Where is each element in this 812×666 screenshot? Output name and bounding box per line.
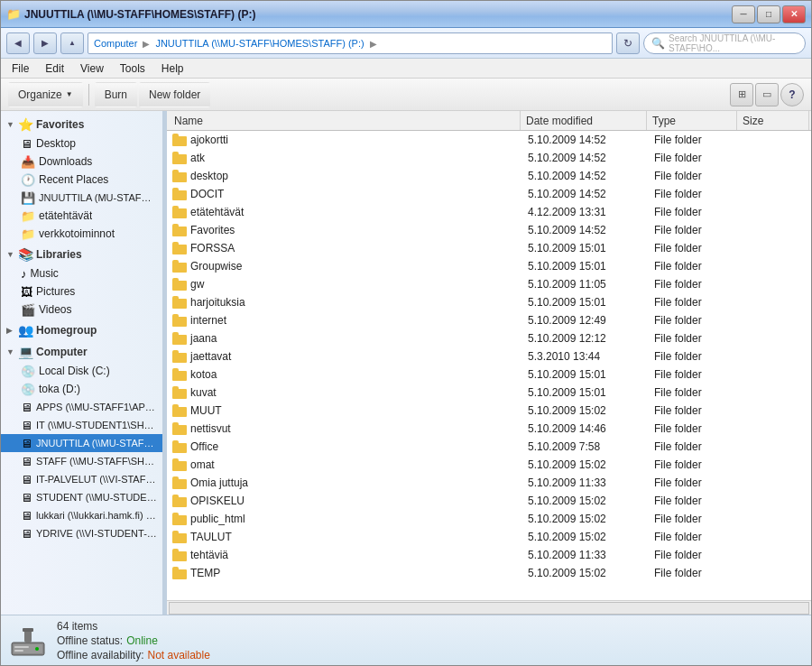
address-input[interactable]: Computer ▶ JNUUTTILA (\\MU-STAFF\HOMES\S… — [88, 32, 613, 54]
refresh-button[interactable]: ↻ — [616, 32, 640, 54]
forward-button[interactable]: ▶ — [33, 32, 57, 54]
lukkari-label: lukkari (\\lukkari.hamk.fi) (X:) — [36, 510, 157, 521]
table-row[interactable]: FORSSA 5.10.2009 15:01 File folder — [167, 239, 811, 257]
apps-label: APPS (\\MU-STAFF1\APPS) (I:) — [36, 402, 157, 412]
file-date: 5.10.2009 15:02 — [528, 404, 606, 417]
help-button[interactable]: ? — [780, 83, 804, 106]
table-row[interactable]: Office 5.10.2009 7:58 File folder — [167, 438, 811, 456]
col-header-date[interactable]: Date modified — [521, 111, 647, 130]
table-row[interactable]: etätehtävät 4.12.2009 13:31 File folder — [167, 203, 811, 221]
table-row[interactable]: gw 5.10.2009 11:05 File folder — [167, 275, 811, 293]
table-row[interactable]: ajokortti 5.10.2009 14:52 File folder — [167, 131, 811, 149]
sidebar-item-desktop[interactable]: 🖥 Desktop — [1, 134, 162, 153]
sidebar-item-verkkotoiminnot[interactable]: 📁 verkkotoiminnot — [1, 225, 162, 243]
libraries-header[interactable]: ▼ 📚 Libraries — [1, 245, 162, 264]
col-header-name[interactable]: Name — [169, 111, 521, 130]
table-row[interactable]: OPISKELU 5.10.2009 15:02 File folder — [167, 492, 811, 510]
table-row[interactable]: MUUT 5.10.2009 15:02 File folder — [167, 402, 811, 420]
organize-button[interactable]: Organize ▼ — [8, 82, 83, 107]
main-window: 📁 JNUUTTILA (\\MU-STAFF\HOMES\STAFF) (P:… — [0, 0, 812, 666]
menu-view[interactable]: View — [73, 60, 111, 77]
table-row[interactable]: kuvat 5.10.2009 15:01 File folder — [167, 384, 811, 402]
file-type: File folder — [654, 206, 702, 218]
back-button[interactable]: ◀ — [6, 32, 30, 54]
window-title: JNUUTTILA (\\MU-STAFF\HOMES\STAFF) (P:) — [24, 8, 255, 21]
preview-pane-button[interactable]: ▭ — [755, 83, 779, 106]
libraries-icon: 📚 — [18, 247, 33, 262]
file-size-cell — [739, 167, 811, 185]
file-type-cell: File folder — [649, 185, 739, 203]
menu-file[interactable]: File — [5, 60, 36, 77]
file-name-cell: desktop — [167, 167, 522, 185]
sidebar-item-student[interactable]: 🖥 STUDENT (\\MU-STUDENT1\SHARE) (U:) — [1, 488, 162, 506]
table-row[interactable]: atk 5.10.2009 14:52 File folder — [167, 149, 811, 167]
view-button[interactable]: ⊞ — [730, 83, 753, 106]
menu-edit[interactable]: Edit — [38, 60, 71, 77]
menu-help[interactable]: Help — [154, 60, 191, 77]
table-row[interactable]: TAULUT 5.10.2009 15:02 File folder — [167, 528, 811, 546]
file-name: tehtäviä — [190, 549, 228, 561]
sidebar-item-ydrive[interactable]: 🖥 YDRIVE (\\VI-STUDENT-SHARE-SERVER) (Y:… — [1, 524, 162, 542]
file-type-cell: File folder — [649, 474, 739, 492]
minimize-button[interactable]: ─ — [732, 5, 755, 23]
maximize-button[interactable]: □ — [757, 5, 780, 23]
file-name-cell: Groupwise — [167, 257, 522, 275]
search-bar[interactable]: 🔍 Search JNUUTTILA (\\MU-STAFF\HO... — [643, 32, 806, 54]
offline-availability-row: Offline availability: Not available — [57, 649, 210, 661]
computer-header[interactable]: ▼ 💻 Computer — [1, 342, 162, 362]
file-type: File folder — [654, 332, 702, 345]
sidebar-item-local-disk[interactable]: 💿 Local Disk (C:) — [1, 362, 162, 380]
table-row[interactable]: jaettavat 5.3.2010 13:44 File folder — [167, 347, 811, 365]
file-type-cell: File folder — [649, 438, 739, 456]
table-row[interactable]: jaana 5.10.2009 12:12 File folder — [167, 329, 811, 347]
table-row[interactable]: TEMP 5.10.2009 15:02 File folder — [167, 564, 811, 582]
table-row[interactable]: desktop 5.10.2009 14:52 File folder — [167, 167, 811, 185]
sidebar-item-toka[interactable]: 💿 toka (D:) — [1, 380, 162, 398]
file-date-cell: 5.10.2009 15:02 — [522, 456, 649, 474]
sidebar-item-music[interactable]: ♪ Music — [1, 264, 162, 282]
table-row[interactable]: public_html 5.10.2009 15:02 File folder — [167, 510, 811, 528]
libraries-section: ▼ 📚 Libraries ♪ Music 🖼 Pictures 🎬 Video… — [1, 245, 162, 319]
table-row[interactable]: nettisvut 5.10.2009 14:46 File folder — [167, 420, 811, 438]
folder-icon — [172, 224, 187, 236]
sidebar-item-apps[interactable]: 🖥 APPS (\\MU-STAFF1\APPS) (I:) — [1, 398, 162, 416]
col-header-size[interactable]: Size — [737, 111, 809, 130]
sidebar-item-jnuuttila-active[interactable]: 🖥 JNUUTTILA (\\MU-STAFF\HOMES\STAFF) (P:… — [1, 434, 162, 452]
sidebar-item-videos[interactable]: 🎬 Videos — [1, 301, 162, 319]
close-button[interactable]: ✕ — [782, 5, 806, 23]
ydrive-label: YDRIVE (\\VI-STUDENT-SHARE-SERVER) (Y:) — [36, 528, 157, 539]
sidebar-item-it-palvelut[interactable]: 🖥 IT-PALVELUT (\\VI-STAFF-IT-SERVER\IT) … — [1, 470, 162, 488]
table-row[interactable]: omat 5.10.2009 15:02 File folder — [167, 456, 811, 474]
table-row[interactable]: internet 5.10.2009 12:49 File folder — [167, 311, 811, 329]
table-row[interactable]: Favorites 5.10.2009 14:52 File folder — [167, 221, 811, 239]
new-folder-button[interactable]: New folder — [139, 82, 210, 107]
file-type: File folder — [654, 278, 702, 291]
sidebar-item-lukkari[interactable]: 🖥 lukkari (\\lukkari.hamk.fi) (X:) — [1, 506, 162, 524]
table-row[interactable]: Omia juttuja 5.10.2009 11:33 File folder — [167, 474, 811, 492]
sidebar-item-it[interactable]: 🖥 IT (\\MU-STUDENT1\SHARE) (O:) — [1, 416, 162, 434]
table-row[interactable]: harjoituksia 5.10.2009 15:01 File folder — [167, 293, 811, 311]
burn-button[interactable]: Burn — [95, 82, 137, 107]
sidebar-item-etatehtavat[interactable]: 📁 etätehtävät — [1, 207, 162, 225]
homegroup-header[interactable]: ▶ 👥 Homegroup — [1, 320, 162, 340]
sidebar-item-staff[interactable]: 🖥 STAFF (\\MU-STAFF\SHARE) (S:) — [1, 452, 162, 470]
sidebar-item-recent-places[interactable]: 🕐 Recent Places — [1, 171, 162, 189]
sidebar-item-jnuuttila-shortcut[interactable]: 💾 JNUUTTILA (MU-STAFFHOMESSTAFF) (P) — [1, 189, 162, 207]
sidebar-item-pictures[interactable]: 🖼 Pictures — [1, 282, 162, 301]
menu-tools[interactable]: Tools — [113, 60, 152, 77]
file-type-cell: File folder — [649, 528, 739, 546]
file-date-cell: 5.10.2009 14:52 — [522, 221, 649, 239]
table-row[interactable]: DOCIT 5.10.2009 14:52 File folder — [167, 185, 811, 203]
table-row[interactable]: kotoa 5.10.2009 15:01 File folder — [167, 365, 811, 384]
organize-dropdown-icon: ▼ — [66, 90, 73, 98]
sidebar-item-downloads[interactable]: 📥 Downloads — [1, 153, 162, 171]
up-button[interactable]: ▲ — [60, 32, 84, 54]
table-row[interactable]: Groupwise 5.10.2009 15:01 File folder — [167, 257, 811, 275]
table-row[interactable]: tehtäviä 5.10.2009 11:33 File folder — [167, 546, 811, 564]
horizontal-scrollbar[interactable] — [167, 600, 811, 615]
file-name: kotoa — [190, 368, 217, 381]
student-icon: 🖥 — [21, 491, 32, 504]
favorites-header[interactable]: ▼ ⭐ Favorites — [1, 115, 162, 134]
file-date: 5.10.2009 14:52 — [528, 170, 606, 182]
col-header-type[interactable]: Type — [647, 111, 737, 130]
